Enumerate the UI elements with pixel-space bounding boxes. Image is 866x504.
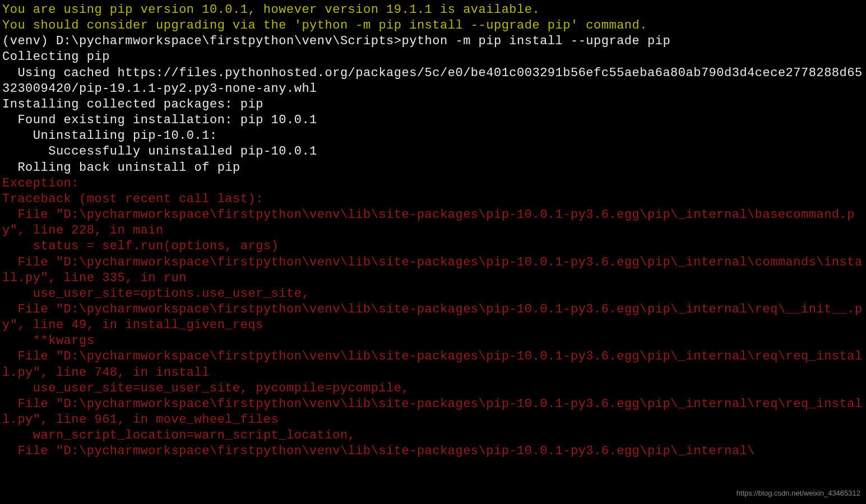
traceback-code-line: status = self.run(options, args) <box>2 239 864 254</box>
traceback-file-line: File "D:\pycharmworkspace\firstpython\ve… <box>2 444 864 459</box>
command-prompt-line: (venv) D:\pycharmworkspace\firstpython\v… <box>2 34 864 49</box>
traceback-line: Traceback (most recent call last): <box>2 192 864 207</box>
traceback-file-line: File "D:\pycharmworkspace\firstpython\ve… <box>2 255 864 286</box>
output-line: Rolling back uninstall of pip <box>2 160 864 176</box>
output-line: Using cached https://files.pythonhosted.… <box>2 66 864 97</box>
traceback-code-line: **kwargs <box>2 333 864 349</box>
output-line: Successfully uninstalled pip-10.0.1 <box>2 144 864 160</box>
traceback-file-line: File "D:\pycharmworkspace\firstpython\ve… <box>2 302 864 333</box>
traceback-code-line: warn_script_location=warn_script_locatio… <box>2 428 864 444</box>
traceback-file-line: File "D:\pycharmworkspace\firstpython\ve… <box>2 207 864 239</box>
traceback-file-line: File "D:\pycharmworkspace\firstpython\ve… <box>2 349 864 380</box>
traceback-file-line: File "D:\pycharmworkspace\firstpython\ve… <box>2 396 864 428</box>
traceback-code-line: use_user_site=options.use_user_site, <box>2 286 864 302</box>
traceback-code-line: use_user_site=use_user_site, pycompile=p… <box>2 381 864 396</box>
pip-warning-line-1: You are using pip version 10.0.1, howeve… <box>2 2 864 18</box>
output-line: Uninstalling pip-10.0.1: <box>2 128 864 144</box>
watermark-text: https://blog.csdn.net/weixin_43465312 <box>737 489 860 498</box>
terminal-output[interactable]: You are using pip version 10.0.1, howeve… <box>2 2 864 460</box>
pip-warning-line-2: You should consider upgrading via the 'p… <box>2 18 864 34</box>
output-line: Found existing installation: pip 10.0.1 <box>2 113 864 128</box>
exception-line: Exception: <box>2 176 864 192</box>
output-line: Collecting pip <box>2 49 864 65</box>
output-line: Installing collected packages: pip <box>2 97 864 113</box>
